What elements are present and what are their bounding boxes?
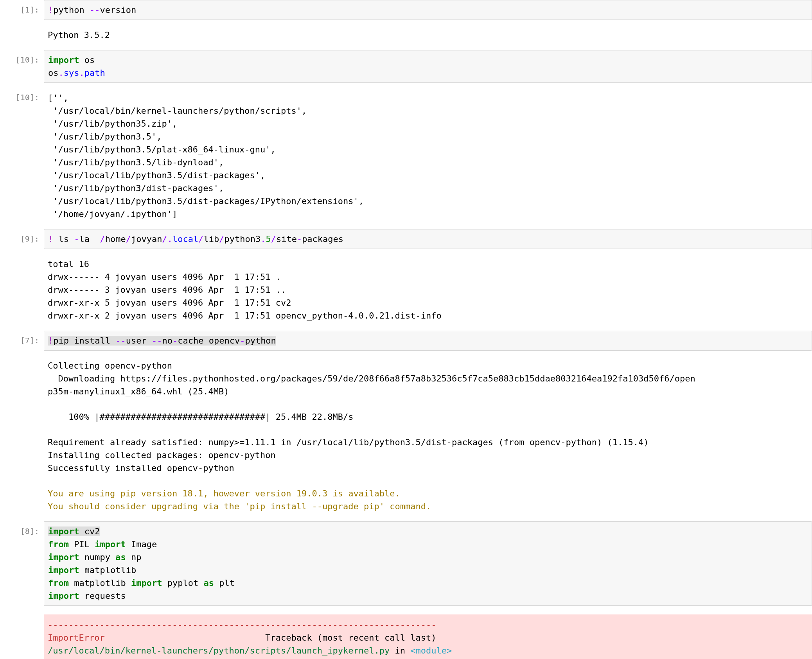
in-prompt: [1]: xyxy=(0,0,44,20)
cell-input: [8]:import cv2 from PIL import Image imp… xyxy=(0,521,812,606)
out-prompt xyxy=(0,432,44,478)
output-stream: Python 3.5.2 xyxy=(44,25,812,45)
in-prompt: [9]: xyxy=(0,229,44,249)
output-stream: total 16 drwx------ 4 jovyan users 4096 … xyxy=(44,254,812,326)
out-prompt xyxy=(0,25,44,45)
code-input[interactable]: import os os.sys.path xyxy=(44,50,812,83)
out-prompt xyxy=(0,254,44,326)
output-warning: You are using pip version 18.1, however … xyxy=(44,483,812,517)
code-input[interactable]: ! ls -la /home/jovyan/.local/lib/python3… xyxy=(44,229,812,249)
cell-output: Collecting opencv-python Downloading htt… xyxy=(0,355,812,402)
in-prompt: [7]: xyxy=(0,331,44,351)
cell-output: total 16 drwx------ 4 jovyan users 4096 … xyxy=(0,254,812,326)
progress-bar: ################################ xyxy=(99,412,265,422)
output-error: ----------------------------------------… xyxy=(44,614,812,659)
cell-input: [7]:!pip install --user --no-cache openc… xyxy=(0,331,812,351)
cell-output: ----------------------------------------… xyxy=(0,611,812,659)
cell-output: [10]:['', '/usr/local/bin/kernel-launche… xyxy=(0,88,812,224)
output-stream: Collecting opencv-python Downloading htt… xyxy=(44,355,812,402)
out-prompt xyxy=(0,407,44,427)
cell-output: Python 3.5.2 xyxy=(0,25,812,45)
cell-input: [1]:!python --version xyxy=(0,0,812,20)
code-input[interactable]: !python --version xyxy=(44,0,812,20)
cell-output: 100% |################################| … xyxy=(0,407,812,427)
out-prompt: [10]: xyxy=(0,88,44,224)
out-prompt xyxy=(0,611,44,659)
cell-output: Requirement already satisfied: numpy>=1.… xyxy=(0,432,812,478)
output-stream: Requirement already satisfied: numpy>=1.… xyxy=(44,432,812,478)
cell-input: [9]:! ls -la /home/jovyan/.local/lib/pyt… xyxy=(0,229,812,249)
out-prompt xyxy=(0,483,44,517)
output-execresult: ['', '/usr/local/bin/kernel-launchers/py… xyxy=(44,88,812,224)
code-input[interactable]: import cv2 from PIL import Image import … xyxy=(44,521,812,606)
out-prompt xyxy=(0,355,44,402)
cell-output: You are using pip version 18.1, however … xyxy=(0,483,812,517)
output-progress: 100% |################################| … xyxy=(44,407,812,427)
notebook: [1]:!python --versionPython 3.5.2[10]:im… xyxy=(0,0,812,659)
cell-input: [10]:import os os.sys.path xyxy=(0,50,812,83)
code-input[interactable]: !pip install --user --no-cache opencv-py… xyxy=(44,331,812,351)
in-prompt: [8]: xyxy=(0,521,44,606)
in-prompt: [10]: xyxy=(0,50,44,83)
